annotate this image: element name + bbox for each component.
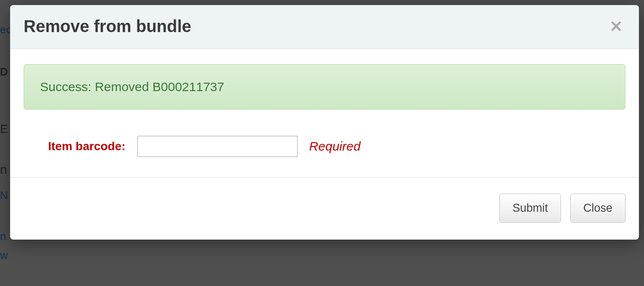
required-hint: Required xyxy=(309,139,361,154)
submit-button[interactable]: Submit xyxy=(499,194,561,223)
success-alert: Success: Removed B000211737 xyxy=(24,64,625,110)
item-barcode-row: Item barcode: Required xyxy=(24,136,625,157)
modal-footer: Submit Close xyxy=(10,177,639,240)
modal-title: Remove from bundle xyxy=(24,17,191,36)
item-barcode-label: Item barcode: xyxy=(48,140,126,153)
close-button[interactable]: Close xyxy=(570,194,625,223)
modal-header: Remove from bundle ✕ xyxy=(10,5,639,49)
close-icon[interactable]: ✕ xyxy=(607,19,625,35)
alert-message: Success: Removed B000211737 xyxy=(40,80,224,94)
item-barcode-input[interactable] xyxy=(137,136,298,157)
remove-from-bundle-modal: Remove from bundle ✕ Success: Removed B0… xyxy=(10,5,639,240)
modal-body: Success: Removed B000211737 Item barcode… xyxy=(10,49,639,177)
